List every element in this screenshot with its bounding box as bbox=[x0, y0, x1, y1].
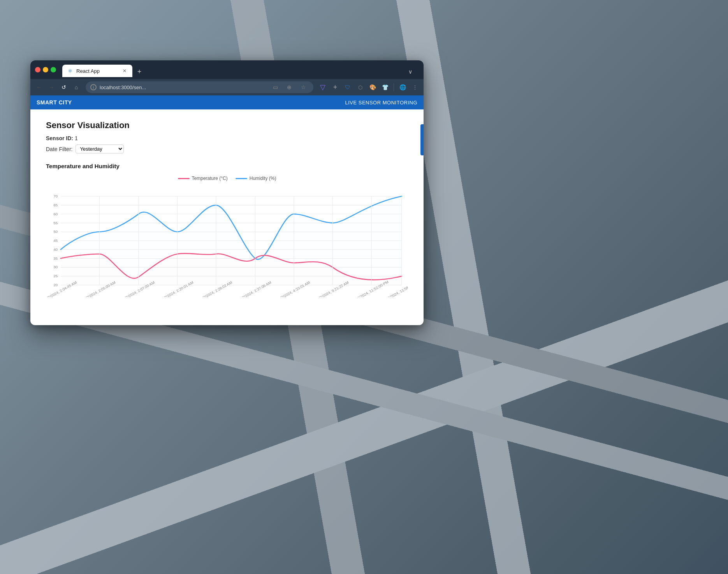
navigation-bar: ← → ↺ ⌂ i localhost:3000/sen... ▭ ⊕ ☆ ▽ … bbox=[30, 79, 424, 95]
date-filter-row: Date Filter: Yesterday Today Last 7 Days… bbox=[46, 144, 408, 153]
date-filter-label: Date Filter: bbox=[46, 146, 72, 152]
bookmark-icon[interactable]: ☆ bbox=[298, 82, 309, 93]
extension-vuetify-icon[interactable]: ▽ bbox=[317, 82, 328, 93]
humidity-legend-line bbox=[236, 178, 247, 179]
svg-text:35: 35 bbox=[53, 256, 58, 261]
temperature-legend-line bbox=[178, 178, 190, 179]
smart-city-header: SMART CITY LIVE SENSOR MONITORING bbox=[30, 95, 424, 109]
toolbar-divider bbox=[394, 83, 394, 91]
minimize-button[interactable] bbox=[43, 67, 48, 72]
humidity-legend-label: Humidity (%) bbox=[250, 176, 276, 181]
date-filter-select[interactable]: Yesterday Today Last 7 Days Last 30 Days bbox=[76, 144, 124, 153]
svg-text:20: 20 bbox=[53, 283, 58, 287]
browser-menu-button[interactable]: ⋮ bbox=[410, 82, 420, 93]
scrollbar-indicator[interactable] bbox=[420, 124, 424, 155]
temperature-legend-label: Temperature (°C) bbox=[192, 176, 228, 181]
url-text: localhost:3000/sen... bbox=[100, 85, 267, 90]
svg-text:25: 25 bbox=[53, 274, 58, 278]
brand-title: SMART CITY bbox=[37, 99, 72, 106]
svg-text:45: 45 bbox=[53, 238, 58, 243]
sensor-id-row: Sensor ID: 1 bbox=[46, 135, 408, 141]
tab-bar: ⚛ React App ✕ + ∨ bbox=[59, 62, 419, 77]
browser-chrome: ⚛ React App ✕ + ∨ bbox=[30, 60, 424, 79]
browser-tab-active[interactable]: ⚛ React App ✕ bbox=[62, 65, 132, 77]
forward-button[interactable]: → bbox=[46, 82, 57, 93]
maximize-button[interactable] bbox=[51, 67, 56, 72]
address-bar[interactable]: i localhost:3000/sen... ▭ ⊕ ☆ bbox=[86, 81, 313, 93]
chart-section-title: Temperature and Humidity bbox=[46, 163, 408, 169]
home-icon: ⌂ bbox=[75, 84, 78, 90]
svg-text:70: 70 bbox=[53, 194, 58, 198]
page-title: Sensor Visualization bbox=[46, 120, 408, 130]
chart-legend: Temperature (°C) Humidity (%) bbox=[46, 176, 408, 181]
extension-shield-icon[interactable]: 🛡 bbox=[342, 82, 353, 93]
extension-color-icon[interactable]: 🎨 bbox=[367, 82, 378, 93]
tab-list-expand-button[interactable]: ∨ bbox=[405, 66, 416, 77]
tab-title: React App bbox=[76, 68, 118, 74]
live-sensor-label: LIVE SENSOR MONITORING bbox=[345, 100, 417, 106]
svg-text:60: 60 bbox=[53, 212, 58, 216]
legend-temperature: Temperature (°C) bbox=[178, 176, 228, 181]
close-button[interactable] bbox=[35, 67, 40, 72]
extension-plus-icon[interactable]: + bbox=[330, 82, 341, 93]
toolbar-extensions: ▽ + 🛡 ⬡ 🎨 👕 bbox=[317, 82, 390, 93]
chart-container: Temperature (°C) Humidity (%) .grid-line… bbox=[46, 176, 408, 304]
site-info-icon[interactable]: i bbox=[90, 84, 97, 90]
browser-window: ⚛ React App ✕ + ∨ ← → ↺ ⌂ i localhost:30… bbox=[30, 60, 424, 325]
traffic-lights bbox=[35, 67, 56, 72]
cast-icon[interactable]: ▭ bbox=[270, 82, 281, 93]
svg-text:55: 55 bbox=[53, 221, 58, 225]
new-tab-button[interactable]: + bbox=[134, 66, 145, 77]
refresh-button[interactable]: ↺ bbox=[58, 82, 69, 93]
home-button[interactable]: ⌂ bbox=[71, 82, 82, 93]
extension-dots-icon[interactable]: ⬡ bbox=[355, 82, 366, 93]
back-button[interactable]: ← bbox=[33, 82, 44, 93]
extension-globe-icon[interactable]: 🌐 bbox=[397, 82, 408, 93]
chart-svg: .grid-line { stroke: #e8e8e8; stroke-wid… bbox=[46, 184, 408, 297]
menu-dots-icon: ⋮ bbox=[412, 84, 418, 90]
refresh-icon: ↺ bbox=[62, 84, 66, 90]
svg-text:65: 65 bbox=[53, 203, 58, 207]
svg-text:40: 40 bbox=[53, 247, 58, 252]
svg-text:50: 50 bbox=[53, 230, 58, 234]
tab-close-button[interactable]: ✕ bbox=[121, 68, 128, 74]
legend-humidity: Humidity (%) bbox=[236, 176, 276, 181]
back-icon: ← bbox=[36, 84, 42, 90]
extension-shirt-icon[interactable]: 👕 bbox=[380, 82, 390, 93]
sensor-id-number: 1 bbox=[75, 135, 78, 141]
svg-text:30: 30 bbox=[53, 265, 58, 269]
zoom-icon[interactable]: ⊕ bbox=[284, 82, 295, 93]
main-content: Sensor Visualization Sensor ID: 1 Date F… bbox=[30, 109, 424, 315]
sensor-id-label: Sensor ID: bbox=[46, 135, 73, 141]
tab-favicon-icon: ⚛ bbox=[67, 68, 73, 74]
forward-icon: → bbox=[49, 84, 54, 90]
